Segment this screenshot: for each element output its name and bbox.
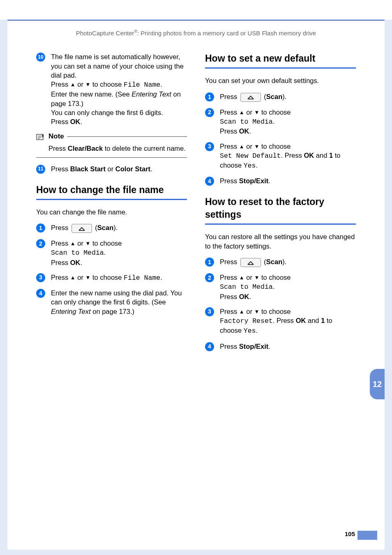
section-rule xyxy=(205,223,356,225)
step-10-body: The file name is set automatically howev… xyxy=(51,52,187,126)
text: . xyxy=(160,274,162,281)
step-badge: 2 xyxy=(205,108,214,117)
text: . Press xyxy=(281,152,304,159)
header-sup: ® xyxy=(134,29,137,34)
down-arrow-icon: ▼ xyxy=(85,240,90,246)
down-arrow-icon: ▼ xyxy=(85,81,90,88)
text: to choose xyxy=(90,274,124,281)
sa-step-2: 2 Press ▲ or ▼ to choose Scan to Media. … xyxy=(36,239,187,267)
link-text[interactable]: Entering Text xyxy=(51,308,91,315)
sb-step-1: 1 Press (Scan). xyxy=(205,92,356,102)
text: Press xyxy=(220,177,239,184)
step-badge: 1 xyxy=(205,258,214,267)
text: . xyxy=(249,293,251,300)
text: ( xyxy=(93,224,97,231)
sb-step-2: 2 Press ▲ or ▼ to choose Scan to Media. … xyxy=(205,108,356,136)
sc-step-1: 1 Press (Scan). xyxy=(205,257,356,267)
step-badge-11: 11 xyxy=(36,165,45,174)
text: Press xyxy=(220,274,239,281)
down-arrow-icon: ▼ xyxy=(254,143,259,150)
page-number-bar xyxy=(357,531,377,540)
mono-text: Yes xyxy=(244,162,256,170)
text: . xyxy=(273,117,275,125)
down-arrow-icon: ▼ xyxy=(254,109,259,115)
top-rule xyxy=(7,20,385,21)
up-arrow-icon: ▲ xyxy=(239,309,244,315)
down-arrow-icon: ▼ xyxy=(85,274,90,281)
mono-text: Factory Reset xyxy=(220,317,273,325)
down-arrow-icon: ▼ xyxy=(254,274,259,281)
text: or xyxy=(76,81,85,88)
text: . xyxy=(150,165,152,173)
note-box: Note Press Clear/Back to delete the curr… xyxy=(36,132,187,157)
bold-text: OK xyxy=(296,317,306,324)
down-arrow-icon: ▼ xyxy=(254,309,259,315)
text: or xyxy=(106,165,115,173)
text: . xyxy=(268,343,270,350)
text: to choose xyxy=(90,240,122,247)
text: or xyxy=(244,274,254,281)
step-badge: 1 xyxy=(36,223,45,233)
text: Press xyxy=(220,343,239,350)
bold-text: OK xyxy=(70,118,81,125)
text: . xyxy=(256,327,258,334)
note-bottom-rule xyxy=(36,157,187,158)
text: and xyxy=(306,317,321,324)
text: to delete the current name. xyxy=(103,145,186,152)
bold-text: Color Start xyxy=(115,165,150,173)
link-text[interactable]: Entering Text xyxy=(131,90,171,98)
header-rest: : Printing photos from a memory card or … xyxy=(137,30,316,37)
step-10: 10 The file name is set automatically ho… xyxy=(36,52,187,126)
text: or xyxy=(244,108,254,116)
mono-text: Scan to Media xyxy=(220,283,273,291)
text: Press xyxy=(51,224,70,231)
text: Press xyxy=(51,81,70,88)
scan-button-icon xyxy=(240,93,261,102)
text: ( xyxy=(262,258,266,265)
text: Press xyxy=(220,258,239,265)
text: or xyxy=(244,308,254,315)
sc-step-2: 2 Press ▲ or ▼ to choose Scan to Media. … xyxy=(205,273,356,301)
text: . xyxy=(249,127,251,135)
left-column: 10 The file name is set automatically ho… xyxy=(36,52,187,357)
text: . xyxy=(268,177,270,184)
text: Press xyxy=(51,274,70,281)
text: Press xyxy=(220,143,239,150)
section-title-change-filename: How to change the file name xyxy=(36,184,187,196)
text: Press xyxy=(220,108,239,116)
text: . xyxy=(256,161,258,169)
text: The file name is set automatically howev… xyxy=(51,53,184,79)
sa-step-4: 4 Enter the new name using the dial pad.… xyxy=(36,288,187,316)
bold-text: Black Start xyxy=(70,165,106,173)
mono-text: File Name xyxy=(124,274,160,282)
page-header: PhotoCapture Center®: Printing photos fr… xyxy=(7,29,385,37)
text: or xyxy=(244,143,254,150)
chapter-tab[interactable]: 12 xyxy=(370,369,385,399)
step-badge: 4 xyxy=(205,342,214,351)
mono-text: File Name xyxy=(124,81,160,89)
scan-button-icon xyxy=(71,224,92,233)
bold-text: Stop/Exit xyxy=(239,177,269,184)
text: and xyxy=(314,152,329,159)
note-body: Press Clear/Back to delete the current n… xyxy=(36,141,187,157)
text: Press xyxy=(220,293,239,300)
bold-text: 1 xyxy=(321,317,325,324)
text: to choose xyxy=(90,81,124,88)
text: Press xyxy=(51,259,70,266)
step-badge: 3 xyxy=(205,307,214,316)
text: Enter the new name. (See xyxy=(51,90,131,98)
section-title-factory-reset: How to reset to the factory settings xyxy=(205,196,356,221)
text: to choose xyxy=(259,143,291,150)
sc-step-4: 4 Press Stop/Exit. xyxy=(205,342,356,351)
section-rule xyxy=(205,67,356,69)
text: . xyxy=(81,259,83,266)
step-11: 11 Press Black Start or Color Start. xyxy=(36,164,187,174)
sc-step-3: 3 Press ▲ or ▼ to choose Factory Reset. … xyxy=(205,307,356,336)
text: ( xyxy=(262,93,266,100)
step-badge: 3 xyxy=(36,273,45,282)
right-column: How to set a new default You can set you… xyxy=(205,52,356,357)
scan-button-icon xyxy=(240,258,261,267)
section-intro: You can set your own default settings. xyxy=(205,76,356,85)
section-title-set-default: How to set a new default xyxy=(205,52,356,65)
text: ). xyxy=(282,93,286,100)
